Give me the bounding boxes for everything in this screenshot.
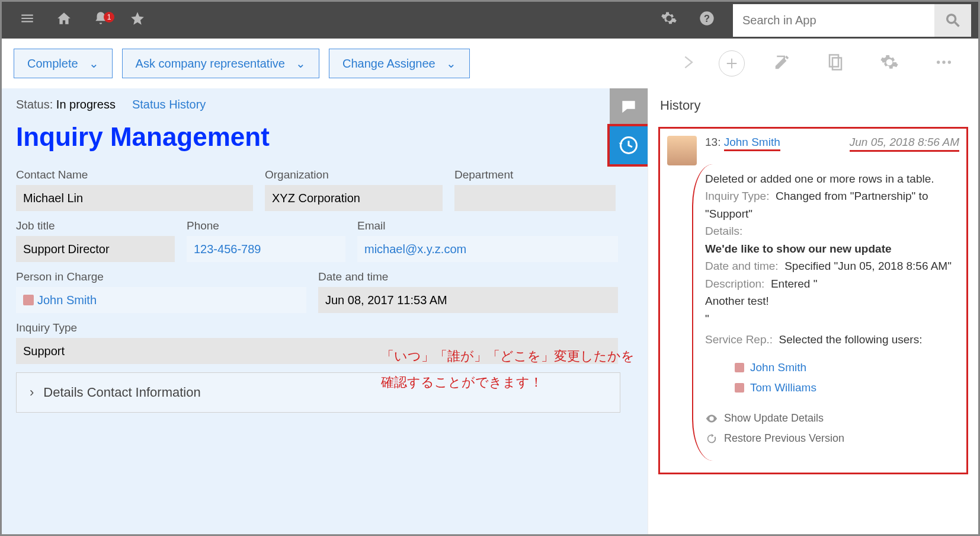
history-tab[interactable]	[610, 126, 648, 164]
ask-rep-button[interactable]: Ask company representative⌄	[122, 49, 319, 78]
email-label: Email	[357, 219, 618, 232]
department-label: Department	[454, 168, 616, 181]
search-input[interactable]	[733, 4, 934, 37]
description-line3: "	[705, 310, 959, 327]
svg-text:?: ?	[704, 12, 710, 23]
more-icon[interactable]	[921, 53, 966, 74]
show-details-label: Show Update Details	[724, 410, 824, 427]
copy-icon[interactable]	[814, 53, 857, 74]
chevron-down-icon: ⌄	[446, 56, 456, 71]
entry-summary: Deleted or added one or more rows in a t…	[705, 170, 959, 187]
entry-number: 13:	[705, 136, 720, 148]
history-title: History	[660, 98, 966, 113]
details-value: We'de like to show our new update	[705, 240, 959, 257]
notification-badge: 1	[104, 12, 114, 23]
date-time-label: Date and time	[318, 270, 618, 283]
settings-icon[interactable]	[867, 53, 912, 74]
chevron-right-icon[interactable]	[667, 50, 709, 76]
datetime-value: Specified "Jun 05, 2018 8:56 AM"	[784, 260, 952, 272]
add-button[interactable]	[719, 50, 745, 76]
person-in-charge-label: Person in Charge	[16, 270, 306, 283]
person-in-charge-name: John Smith	[37, 293, 97, 307]
svg-point-8	[948, 60, 951, 63]
bell-icon[interactable]: 1	[82, 11, 119, 30]
chevron-right-icon: ›	[30, 385, 34, 400]
menu-icon[interactable]	[9, 11, 46, 30]
inquiry-type-key: Inquiry Type:	[705, 190, 769, 202]
date-time-value: Jun 08, 2017 11:53 AM	[318, 287, 618, 313]
email-value[interactable]: michael@x.y.z.com	[357, 236, 618, 262]
search-container	[733, 4, 971, 37]
inquiry-type-label: Inquiry Type	[16, 321, 618, 334]
ask-rep-label: Ask company representative	[136, 57, 285, 71]
status-history-link[interactable]: Status History	[132, 98, 206, 111]
contact-name-value: Michael Lin	[16, 185, 253, 211]
description-line2: Another test!	[705, 292, 959, 310]
chevron-down-icon: ⌄	[296, 56, 306, 71]
page-title: Inquiry Management	[16, 122, 633, 152]
contact-name-label: Contact Name	[16, 168, 253, 181]
chevron-down-icon: ⌄	[89, 56, 99, 71]
entry-user[interactable]: John Smith	[724, 136, 780, 151]
history-entry: 13: John Smith Jun 05, 2018 8:56 AM Dele…	[660, 129, 966, 473]
phone-value[interactable]: 123-456-789	[187, 236, 345, 262]
svg-point-6	[937, 60, 940, 63]
svg-point-7	[942, 60, 945, 63]
organization-label: Organization	[265, 168, 443, 181]
person-in-charge-value[interactable]: John Smith	[16, 287, 306, 313]
selected-user[interactable]: Tom Williams	[735, 379, 959, 396]
avatar	[23, 295, 34, 305]
restore-label: Restore Previous Version	[724, 430, 844, 447]
history-panel: History 13: John Smith Jun 05, 2018 8:56…	[648, 88, 978, 534]
svg-rect-4	[830, 55, 838, 67]
description-key: Description:	[705, 277, 764, 290]
change-assignee-label: Change Assignee	[342, 57, 435, 71]
annotation-callout: 「いつ」「誰が」「どこを」変更したかを 確認することができます！	[381, 343, 635, 395]
top-bar: 1 ?	[2, 2, 978, 39]
status-value: In progress	[56, 98, 116, 111]
show-details-button[interactable]: Show Update Details	[705, 410, 959, 427]
complete-label: Complete	[27, 57, 78, 71]
svg-line-3	[955, 23, 959, 27]
callout-line1: 「いつ」「誰が」「どこを」変更したかを	[381, 343, 635, 369]
department-value	[454, 185, 616, 211]
action-bar: Complete⌄ Ask company representative⌄ Ch…	[2, 39, 978, 88]
description-value: Entered "	[771, 277, 818, 290]
callout-line2: 確認することができます！	[381, 369, 635, 395]
gear-icon[interactable]	[650, 10, 688, 31]
edit-icon[interactable]	[760, 53, 804, 74]
phone-label: Phone	[187, 219, 345, 232]
svg-rect-5	[832, 58, 841, 70]
avatar	[735, 383, 744, 393]
accordion-label: Details Contact Information	[43, 385, 200, 400]
datetime-key: Date and time:	[705, 260, 779, 272]
selected-user[interactable]: John Smith	[735, 359, 959, 376]
entry-timestamp: Jun 05, 2018 8:56 AM	[850, 136, 959, 152]
status-row: Status: In progress Status History	[16, 98, 633, 111]
job-title-value: Support Director	[16, 236, 175, 262]
star-icon[interactable]	[119, 11, 156, 30]
comments-tab[interactable]	[610, 88, 648, 126]
service-rep-key: Service Rep.:	[705, 333, 773, 346]
avatar	[667, 136, 697, 165]
complete-button[interactable]: Complete⌄	[14, 49, 113, 78]
status-label: Status:	[16, 98, 53, 111]
user-name: Tom Williams	[750, 379, 816, 396]
svg-point-2	[947, 15, 956, 23]
search-button[interactable]	[934, 4, 971, 37]
organization-value: XYZ Corporation	[265, 185, 443, 211]
service-rep-value: Selected the following users:	[779, 333, 923, 346]
change-assignee-button[interactable]: Change Assignee⌄	[329, 49, 470, 78]
restore-button[interactable]: Restore Previous Version	[705, 430, 959, 447]
form-area: Status: In progress Status History Inqui…	[2, 88, 648, 534]
job-title-label: Job title	[16, 219, 175, 232]
home-icon[interactable]	[46, 11, 82, 30]
user-name: John Smith	[750, 359, 806, 376]
avatar	[735, 363, 744, 372]
help-icon[interactable]: ?	[688, 10, 726, 31]
details-key: Details:	[705, 222, 959, 240]
